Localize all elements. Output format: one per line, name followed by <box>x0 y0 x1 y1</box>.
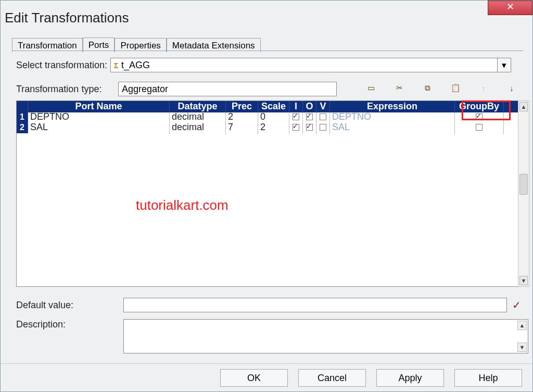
col-i[interactable]: I <box>289 101 303 112</box>
checkbox-icon <box>476 124 483 131</box>
row-number: 1 <box>17 112 28 123</box>
cell-o[interactable] <box>303 123 316 134</box>
tab-metadata-extensions[interactable]: Metadata Extensions <box>167 38 261 52</box>
cell-port-name[interactable]: DEPTNO <box>28 112 170 124</box>
cell-expression[interactable]: DEPTNO <box>330 112 455 124</box>
cell-prec[interactable]: 7 <box>226 123 258 134</box>
cut-icon[interactable]: ✂ <box>394 83 404 93</box>
watermark-text: tutorialkart.com <box>136 197 229 213</box>
tab-properties[interactable]: Properties <box>115 38 166 52</box>
transformation-type-field: Aggregator <box>118 82 337 96</box>
dropdown-arrow-icon[interactable]: ▾ <box>498 58 511 72</box>
select-transformation-dropdown[interactable]: Σt_AGG <box>110 58 498 72</box>
transformation-type-label: Transformation type: <box>16 84 118 95</box>
col-groupby[interactable]: GroupBy <box>455 101 504 112</box>
col-v[interactable]: V <box>316 101 330 112</box>
default-value-row: Default value: ✓ <box>16 297 521 313</box>
scroll-down-icon[interactable]: ▼ <box>517 343 527 352</box>
col-o[interactable]: O <box>303 101 316 112</box>
scroll-down-icon[interactable]: ▼ <box>519 276 528 285</box>
description-row: Description: ▲ ▼ <box>16 319 528 353</box>
row-number: 2 <box>17 123 28 133</box>
cancel-button[interactable]: Cancel <box>298 369 366 387</box>
table-row[interactable]: 1 DEPTNO decimal 2 0 DEPTNO <box>17 112 519 123</box>
tab-ports[interactable]: Ports <box>83 37 115 52</box>
default-value-input[interactable] <box>123 298 507 312</box>
move-up-icon[interactable]: ↑ <box>478 83 489 93</box>
transformation-type-row: Transformation type: Aggregator <box>16 82 337 96</box>
description-label: Description: <box>16 319 118 353</box>
cell-datatype[interactable]: decimal <box>170 123 226 134</box>
cell-datatype[interactable]: decimal <box>170 112 226 124</box>
col-port-name[interactable]: Port Name <box>28 101 170 112</box>
dialog-title: Edit Transformations <box>5 10 129 26</box>
move-down-icon[interactable]: ↓ <box>506 83 517 93</box>
ports-toolbar: ▭ ✂ ⧉ 📋 ↑ ↓ <box>366 83 517 93</box>
dialog-buttons: OK Cancel Apply Help <box>1 363 532 391</box>
checkbox-icon <box>306 113 313 120</box>
col-datatype[interactable]: Datatype <box>170 101 226 112</box>
select-transformation-label: Select transformation: <box>16 60 107 71</box>
default-value-label: Default value: <box>16 300 118 311</box>
ports-grid[interactable]: Port Name Datatype Prec Scale I O V Expr… <box>16 100 520 287</box>
checkbox-icon <box>476 113 483 120</box>
tab-transformation[interactable]: Transformation <box>12 38 83 52</box>
ok-button[interactable]: OK <box>220 369 288 387</box>
cell-port-name[interactable]: SAL <box>28 123 170 134</box>
cell-i[interactable] <box>289 112 303 124</box>
checkbox-icon <box>293 124 299 131</box>
help-button[interactable]: Help <box>454 369 522 387</box>
cell-groupby[interactable] <box>455 112 504 124</box>
close-button[interactable]: ✕ <box>488 1 532 15</box>
paste-icon[interactable]: 📋 <box>450 83 461 93</box>
scroll-up-icon[interactable]: ▲ <box>519 102 528 111</box>
cell-o[interactable] <box>303 112 316 124</box>
cell-groupby[interactable] <box>455 123 504 134</box>
cell-scale[interactable]: 0 <box>258 112 289 124</box>
new-port-icon[interactable]: ▭ <box>366 83 376 93</box>
cell-i[interactable] <box>289 123 303 134</box>
checkbox-icon <box>293 113 299 120</box>
cell-scale[interactable]: 2 <box>258 123 289 134</box>
checkbox-icon <box>306 124 313 131</box>
col-prec[interactable]: Prec <box>226 101 258 112</box>
description-textarea[interactable]: ▲ ▼ <box>123 319 528 353</box>
grid-header: Port Name Datatype Prec Scale I O V Expr… <box>17 101 519 112</box>
cell-v[interactable] <box>316 112 330 124</box>
transformation-type-value: Aggregator <box>122 84 168 94</box>
select-transformation-value: t_AGG <box>121 60 150 70</box>
cell-prec[interactable]: 2 <box>226 112 258 124</box>
table-row[interactable]: 2 SAL decimal 7 2 SAL <box>17 123 519 133</box>
close-icon: ✕ <box>506 2 514 12</box>
col-scale[interactable]: Scale <box>258 101 289 112</box>
tab-bar: Transformation Ports Properties Metadata… <box>12 36 261 52</box>
checkbox-icon <box>320 124 326 131</box>
apply-button[interactable]: Apply <box>376 369 444 387</box>
copy-icon[interactable]: ⧉ <box>422 83 433 93</box>
tab-underline <box>12 50 523 51</box>
cell-expression[interactable]: SAL <box>330 123 455 134</box>
select-transformation-row: Select transformation: Σt_AGG ▾ <box>16 58 511 72</box>
checkbox-icon <box>320 113 326 120</box>
scroll-up-icon[interactable]: ▲ <box>517 321 527 330</box>
col-expression[interactable]: Expression <box>330 101 455 112</box>
validate-icon[interactable]: ✓ <box>512 299 521 311</box>
sigma-icon: Σ <box>114 59 120 66</box>
cell-v[interactable] <box>316 123 330 134</box>
grid-scrollbar[interactable]: ▲ ▼ <box>518 100 529 287</box>
scroll-thumb[interactable] <box>519 174 528 195</box>
edit-transformations-dialog: ✕ Edit Transformations Transformation Po… <box>0 0 533 392</box>
